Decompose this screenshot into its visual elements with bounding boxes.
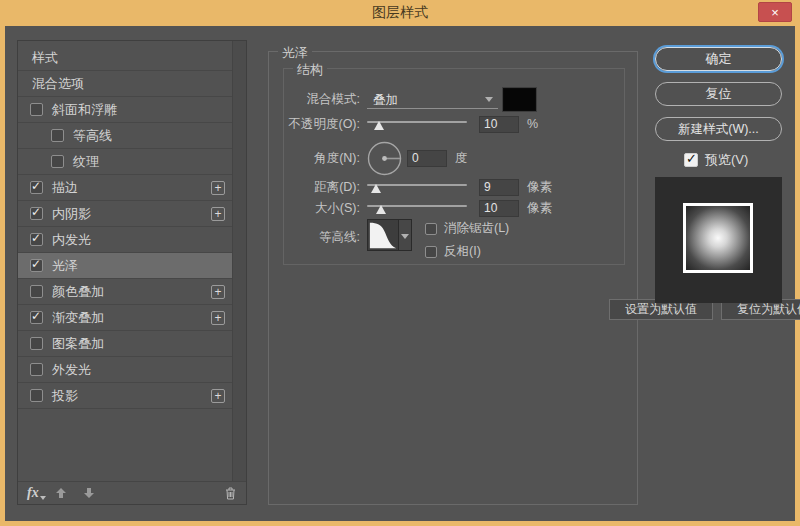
preview-label: 预览(V) <box>705 151 748 169</box>
sidebar-item-inner-shadow[interactable]: ✓ 内阴影 + <box>18 201 232 227</box>
opacity-slider[interactable] <box>367 117 467 131</box>
add-effect-plus-button[interactable]: + <box>211 181 225 195</box>
dialog-content: 样式 混合选项 斜面和浮雕 等高线 纹理 ✓ <box>5 26 795 521</box>
add-effect-plus-button[interactable]: + <box>211 207 225 221</box>
sidebar-item-inner-glow[interactable]: ✓ 内发光 <box>18 227 232 253</box>
ok-button[interactable]: 确定 <box>655 47 782 71</box>
sidebar-item-color-overlay[interactable]: 颜色叠加 + <box>18 279 232 305</box>
checkbox[interactable] <box>30 337 43 350</box>
distance-slider[interactable] <box>367 180 467 194</box>
sidebar-item-stroke[interactable]: ✓ 描边 + <box>18 175 232 201</box>
distance-input[interactable] <box>479 179 519 196</box>
close-button[interactable]: × <box>758 2 792 22</box>
blend-mode-dropdown[interactable]: 叠加 <box>367 89 498 109</box>
titlebar[interactable]: 图层样式 × <box>0 0 800 26</box>
plus-icon: + <box>214 182 221 194</box>
checkbox-checked[interactable]: ✓ <box>30 311 43 324</box>
antialias-checkbox[interactable] <box>425 223 437 235</box>
effects-list-panel: 样式 混合选项 斜面和浮雕 等高线 纹理 ✓ <box>17 40 247 505</box>
blend-mode-value: 叠加 <box>373 93 398 107</box>
dialog-title: 图层样式 <box>372 4 428 22</box>
sidebar-item-styles[interactable]: 样式 <box>18 45 232 71</box>
arrow-up-icon <box>55 487 67 499</box>
sidebar-item-satin[interactable]: ✓ 光泽 <box>18 253 232 279</box>
size-row: 大小(S): 像素 <box>284 199 552 217</box>
checkbox[interactable] <box>51 129 64 142</box>
contour-options: 消除锯齿(L) 反相(I) <box>425 220 509 260</box>
close-icon: × <box>771 5 779 20</box>
plus-icon: + <box>214 312 221 324</box>
sidebar-item-gradient-overlay[interactable]: ✓ 渐变叠加 + <box>18 305 232 331</box>
check-icon: ✓ <box>31 179 41 193</box>
check-icon: ✓ <box>31 205 41 219</box>
style-preview-thumbnail <box>655 177 782 303</box>
satin-color-swatch[interactable] <box>503 88 536 111</box>
check-icon: ✓ <box>31 257 41 271</box>
add-effect-plus-button[interactable]: + <box>211 311 225 325</box>
sidebar-item-bevel-emboss[interactable]: 斜面和浮雕 <box>18 97 232 123</box>
distance-slider-thumb[interactable] <box>371 184 381 193</box>
opacity-row: 不透明度(O): % <box>284 115 538 133</box>
reset-button[interactable]: 复位 <box>655 82 782 106</box>
arrow-down-icon <box>83 487 95 499</box>
check-icon: ✓ <box>31 309 41 323</box>
angle-dial[interactable] <box>367 141 402 176</box>
preview-swatch-image <box>683 203 753 273</box>
sidebar-footer: fx <box>18 481 246 504</box>
invert-checkbox[interactable] <box>425 246 437 258</box>
layer-style-dialog: 图层样式 × 样式 混合选项 斜面和浮雕 等高线 <box>0 0 800 526</box>
blend-mode-row: 混合模式: 叠加 <box>284 87 536 111</box>
contour-dropdown-arrow[interactable] <box>399 219 412 251</box>
contour-thumbnail-icon[interactable] <box>367 219 399 251</box>
sidebar-item-pattern-overlay[interactable]: 图案叠加 <box>18 331 232 357</box>
trash-icon <box>224 486 237 500</box>
slider-track[interactable] <box>367 184 467 186</box>
sidebar-item-blending-options[interactable]: 混合选项 <box>18 71 232 97</box>
checkbox-checked[interactable]: ✓ <box>30 233 43 246</box>
preview-checkbox[interactable]: ✓ <box>684 153 698 167</box>
group-title: 光泽 <box>278 44 312 62</box>
antialias-option[interactable]: 消除锯齿(L) <box>425 220 509 237</box>
checkbox[interactable] <box>51 155 64 168</box>
contour-row: 等高线: 消除锯齿(L) <box>284 219 509 261</box>
sidebar-item-texture[interactable]: 纹理 <box>18 149 232 175</box>
check-icon: ✓ <box>686 151 697 166</box>
distance-row: 距离(D): 像素 <box>284 178 552 196</box>
checkbox-checked[interactable]: ✓ <box>30 207 43 220</box>
plus-icon: + <box>214 208 221 220</box>
move-effect-up-button[interactable] <box>55 487 67 499</box>
size-slider-thumb[interactable] <box>376 205 386 214</box>
preview-option[interactable]: ✓ 预览(V) <box>684 151 748 169</box>
sidebar-item-contour[interactable]: 等高线 <box>18 123 232 149</box>
sidebar-item-drop-shadow[interactable]: 投影 + <box>18 383 232 409</box>
section-title: 结构 <box>293 61 327 79</box>
structure-group: 结构 混合模式: 叠加 不透明度(O): % <box>283 68 625 265</box>
move-effect-down-button[interactable] <box>83 487 95 499</box>
contour-picker[interactable] <box>367 219 412 251</box>
checkbox[interactable] <box>30 363 43 376</box>
add-effect-plus-button[interactable]: + <box>211 389 225 403</box>
invert-option[interactable]: 反相(I) <box>425 243 509 260</box>
check-icon: ✓ <box>31 231 41 245</box>
checkbox[interactable] <box>30 285 43 298</box>
checkbox[interactable] <box>30 103 43 116</box>
satin-settings-group: 光泽 结构 混合模式: 叠加 不透明度(O): <box>268 51 638 505</box>
angle-row: 角度(N): 度 <box>284 139 468 177</box>
size-input[interactable] <box>479 200 519 217</box>
fx-menu-button[interactable]: fx <box>27 485 39 501</box>
plus-icon: + <box>214 286 221 298</box>
opacity-slider-thumb[interactable] <box>374 121 384 130</box>
new-style-button[interactable]: 新建样式(W)... <box>655 117 782 141</box>
scrollbar[interactable] <box>233 41 246 481</box>
size-slider[interactable] <box>367 201 467 215</box>
sidebar-item-outer-glow[interactable]: 外发光 <box>18 357 232 383</box>
checkbox[interactable] <box>30 389 43 402</box>
plus-icon: + <box>214 390 221 402</box>
effects-list: 样式 混合选项 斜面和浮雕 等高线 纹理 ✓ <box>18 41 233 481</box>
delete-effect-button[interactable] <box>224 486 237 500</box>
checkbox-checked[interactable]: ✓ <box>30 259 43 272</box>
angle-input[interactable] <box>407 150 447 167</box>
add-effect-plus-button[interactable]: + <box>211 285 225 299</box>
checkbox-checked[interactable]: ✓ <box>30 181 43 194</box>
opacity-input[interactable] <box>479 116 519 133</box>
